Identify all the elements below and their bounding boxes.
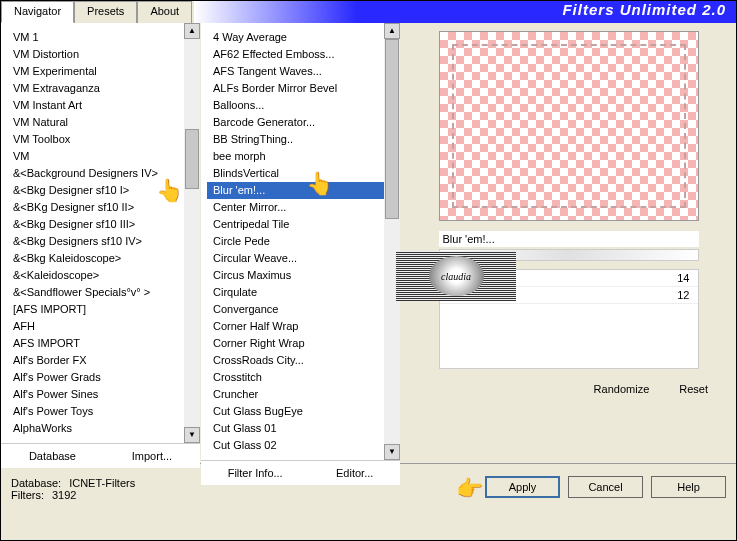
category-item[interactable]: &<Bkg Designer sf10 I> bbox=[7, 182, 184, 199]
category-scrollbar[interactable]: ▲ ▼ bbox=[184, 23, 200, 443]
editor-button[interactable]: Editor... bbox=[336, 467, 373, 479]
scroll-up-icon[interactable]: ▲ bbox=[384, 23, 400, 39]
footer-buttons: 👉 Apply Cancel Help bbox=[456, 476, 726, 502]
filter-buttons: Filter Info... Editor... bbox=[201, 460, 400, 485]
filter-item[interactable]: CrossRoads City... bbox=[207, 352, 384, 369]
filter-item[interactable]: Cirqulate bbox=[207, 284, 384, 301]
category-item[interactable]: &<Bkg Designer sf10 III> bbox=[7, 216, 184, 233]
app-title: Filters Unlimited 2.0 bbox=[194, 1, 736, 18]
filter-item[interactable]: AFS Tangent Waves... bbox=[207, 63, 384, 80]
tab-presets[interactable]: Presets bbox=[74, 1, 137, 23]
category-item[interactable]: Alf's Power Toys bbox=[7, 403, 184, 420]
scroll-thumb[interactable] bbox=[185, 129, 199, 189]
param-value: 14 bbox=[677, 272, 689, 284]
param-value: 12 bbox=[677, 289, 689, 301]
category-buttons: Database Import... bbox=[1, 443, 200, 468]
filters-label: Filters: bbox=[11, 489, 44, 501]
filter-item[interactable]: Cut Glass 02 bbox=[207, 437, 384, 454]
tab-strip: Navigator Presets About bbox=[1, 1, 192, 23]
category-item[interactable]: AlphaWorks bbox=[7, 420, 184, 437]
filter-item[interactable]: bee morph bbox=[207, 148, 384, 165]
filter-item[interactable]: Corner Half Wrap bbox=[207, 318, 384, 335]
help-button[interactable]: Help bbox=[651, 476, 726, 498]
filter-item[interactable]: Centripedal Tile bbox=[207, 216, 384, 233]
filter-item[interactable]: Barcode Generator... bbox=[207, 114, 384, 131]
filter-item[interactable]: Center Mirror... bbox=[207, 199, 384, 216]
filter-item[interactable]: BlindsVertical bbox=[207, 165, 384, 182]
filter-info-button[interactable]: Filter Info... bbox=[228, 467, 283, 479]
category-item[interactable]: &<Bkg Kaleidoscope> bbox=[7, 250, 184, 267]
filter-item[interactable]: Cruncher bbox=[207, 386, 384, 403]
category-item[interactable]: Alf's Power Grads bbox=[7, 369, 184, 386]
scroll-down-icon[interactable]: ▼ bbox=[184, 427, 200, 443]
category-item[interactable]: AFH bbox=[7, 318, 184, 335]
watermark-label: claudia bbox=[429, 256, 484, 296]
category-item[interactable]: &<Sandflower Specials°v° > bbox=[7, 284, 184, 301]
preview-box bbox=[439, 31, 699, 221]
category-item[interactable]: VM Extravaganza bbox=[7, 80, 184, 97]
filter-item[interactable]: Balloons... bbox=[207, 97, 384, 114]
reset-button[interactable]: Reset bbox=[679, 383, 708, 395]
category-item[interactable]: VM Distortion bbox=[7, 46, 184, 63]
scroll-up-icon[interactable]: ▲ bbox=[184, 23, 200, 39]
filter-item[interactable]: Blur 'em!... bbox=[207, 182, 384, 199]
filter-scrollbar[interactable]: ▲ ▼ bbox=[384, 23, 400, 460]
filters-count: 3192 bbox=[52, 489, 76, 501]
preview-frame bbox=[452, 44, 686, 208]
pointer-hand-icon: 👉 bbox=[456, 476, 483, 502]
apply-button[interactable]: Apply bbox=[485, 476, 560, 498]
filter-item[interactable]: Cut Glass 01 bbox=[207, 420, 384, 437]
filter-item[interactable]: Circle Pede bbox=[207, 233, 384, 250]
category-item[interactable]: VM Toolbox bbox=[7, 131, 184, 148]
filter-item[interactable]: BB StringThing.. bbox=[207, 131, 384, 148]
scroll-down-icon[interactable]: ▼ bbox=[384, 444, 400, 460]
category-item[interactable]: &<BKg Designer sf10 II> bbox=[7, 199, 184, 216]
filter-item[interactable]: Crosstitch bbox=[207, 369, 384, 386]
main-area: VM 1VM DistortionVM ExperimentalVM Extra… bbox=[1, 23, 736, 463]
category-item[interactable]: [AFS IMPORT] bbox=[7, 301, 184, 318]
title-bar: Navigator Presets About Filters Unlimite… bbox=[1, 1, 736, 23]
tab-about[interactable]: About bbox=[137, 1, 192, 23]
filter-item[interactable]: 4 Way Average bbox=[207, 29, 384, 46]
category-item[interactable]: VM Natural bbox=[7, 114, 184, 131]
preview-column: Blur 'em!... X-blast14Y-blast12 Randomiz… bbox=[401, 23, 736, 463]
filter-item[interactable]: Circular Weave... bbox=[207, 250, 384, 267]
preview-buttons: Randomize Reset bbox=[409, 377, 728, 401]
filter-list[interactable]: 4 Way AverageAF62 Effected Emboss...AFS … bbox=[201, 23, 384, 460]
category-item[interactable]: &<Bkg Designers sf10 IV> bbox=[7, 233, 184, 250]
watermark: claudia bbox=[396, 251, 516, 301]
tab-navigator[interactable]: Navigator bbox=[1, 1, 74, 23]
category-column: VM 1VM DistortionVM ExperimentalVM Extra… bbox=[1, 23, 201, 463]
category-item[interactable]: VM Experimental bbox=[7, 63, 184, 80]
category-list[interactable]: VM 1VM DistortionVM ExperimentalVM Extra… bbox=[1, 23, 184, 443]
import-button[interactable]: Import... bbox=[132, 450, 172, 462]
filter-item[interactable]: AF62 Effected Emboss... bbox=[207, 46, 384, 63]
filter-item[interactable]: ALFs Border Mirror Bevel bbox=[207, 80, 384, 97]
title-banner: Filters Unlimited 2.0 bbox=[194, 1, 736, 23]
filter-item[interactable]: Cut Glass BugEye bbox=[207, 403, 384, 420]
scroll-thumb[interactable] bbox=[385, 39, 399, 219]
category-item[interactable]: AFS IMPORT bbox=[7, 335, 184, 352]
database-button[interactable]: Database bbox=[29, 450, 76, 462]
category-item[interactable]: VM bbox=[7, 148, 184, 165]
filter-item[interactable]: Convergance bbox=[207, 301, 384, 318]
filter-item[interactable]: Circus Maximus bbox=[207, 267, 384, 284]
category-item[interactable]: Alf's Power Sines bbox=[7, 386, 184, 403]
db-value: ICNET-Filters bbox=[69, 477, 135, 489]
filter-item[interactable]: Corner Right Wrap bbox=[207, 335, 384, 352]
filter-column: 4 Way AverageAF62 Effected Emboss...AFS … bbox=[201, 23, 401, 463]
db-label: Database: bbox=[11, 477, 61, 489]
current-filter-label: Blur 'em!... bbox=[439, 231, 699, 247]
category-item[interactable]: VM Instant Art bbox=[7, 97, 184, 114]
category-item[interactable]: &<Background Designers IV> bbox=[7, 165, 184, 182]
category-item[interactable]: Alf's Border FX bbox=[7, 352, 184, 369]
cancel-button[interactable]: Cancel bbox=[568, 476, 643, 498]
category-item[interactable]: &<Kaleidoscope> bbox=[7, 267, 184, 284]
category-item[interactable]: VM 1 bbox=[7, 29, 184, 46]
randomize-button[interactable]: Randomize bbox=[594, 383, 650, 395]
